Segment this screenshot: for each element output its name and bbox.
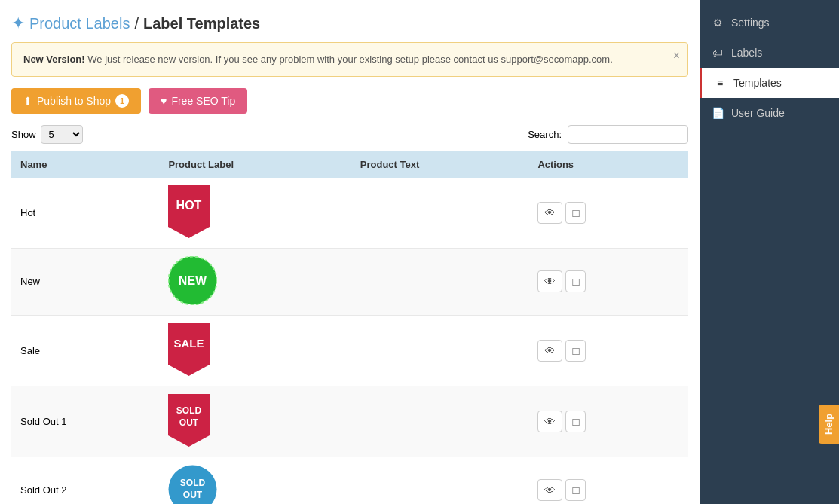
svg-text:OUT: OUT — [179, 417, 199, 428]
cell-product-text — [351, 178, 529, 249]
cell-actions: 👁□ — [528, 315, 688, 386]
svg-text:HOT: HOT — [176, 199, 202, 212]
view-button[interactable]: 👁 — [537, 202, 562, 224]
table-row: Sold Out 2 SOLD OUT 👁□ — [11, 457, 688, 504]
table-header-row: Name Product Label Product Text Actions — [11, 151, 688, 178]
free-seo-tip-button[interactable]: ♥ Free SEO Tip — [149, 88, 247, 114]
cell-name: Hot — [11, 178, 159, 249]
alert-bold: New Version! — [23, 53, 85, 65]
table-row: Sold Out 1 SOLD OUT 👁□ — [11, 386, 688, 457]
gear-icon: ⚙ — [712, 17, 724, 29]
upload-icon: ⬆ — [23, 95, 32, 107]
svg-text:SOLD: SOLD — [176, 405, 202, 416]
publish-label: Publish to Shop — [37, 95, 111, 107]
table-row: New NEW 👁□ — [11, 248, 688, 315]
search-control: Search: — [528, 125, 688, 144]
svg-marker-0 — [168, 185, 210, 238]
show-select[interactable]: 5 10 25 50 100 — [41, 125, 83, 144]
cell-product-label: SALE — [159, 315, 351, 386]
col-header-product-label: Product Label — [159, 151, 351, 178]
heart-icon: ♥ — [161, 95, 167, 107]
cell-name: New — [11, 248, 159, 315]
page-title: Label Templates — [143, 15, 260, 32]
help-button[interactable]: Help — [819, 405, 839, 444]
copy-button[interactable]: □ — [565, 411, 586, 432]
view-button[interactable]: 👁 — [537, 479, 562, 501]
sidebar-label-labels: Labels — [731, 47, 762, 59]
publish-badge: 1 — [115, 94, 129, 108]
cell-product-label: HOT — [159, 178, 351, 249]
sidebar-label-settings: Settings — [731, 17, 770, 29]
cell-actions: 👁□ — [528, 178, 688, 249]
copy-button[interactable]: □ — [565, 479, 586, 501]
breadcrumb-separator: / — [134, 15, 139, 32]
show-label: Show — [11, 129, 36, 140]
book-icon: 📄 — [712, 107, 724, 119]
svg-text:SALE: SALE — [174, 337, 204, 350]
svg-marker-4 — [168, 323, 210, 376]
copy-button[interactable]: □ — [565, 340, 586, 362]
col-header-product-text: Product Text — [351, 151, 529, 178]
cell-product-label: SOLD OUT — [159, 386, 351, 457]
cell-actions: 👁□ — [528, 457, 688, 504]
cell-product-text — [351, 315, 529, 386]
table-row: Sale SALE 👁□ — [11, 315, 688, 386]
breadcrumb: ✦ Product Labels / Label Templates — [11, 8, 688, 42]
data-table: Name Product Label Product Text Actions … — [11, 151, 688, 505]
copy-button[interactable]: □ — [565, 270, 586, 292]
search-label: Search: — [528, 129, 562, 140]
svg-text:OUT: OUT — [183, 490, 203, 500]
publish-to-shop-button[interactable]: ⬆ Publish to Shop 1 — [11, 88, 141, 114]
table-controls: Show 5 10 25 50 100 Search: — [11, 125, 688, 144]
sidebar-label-templates: Templates — [733, 77, 782, 89]
view-button[interactable]: 👁 — [537, 411, 562, 432]
cell-name: Sold Out 2 — [11, 457, 159, 504]
list-icon: ≡ — [714, 77, 726, 89]
cell-product-label: SOLD OUT — [159, 457, 351, 504]
cell-product-text — [351, 457, 529, 504]
cell-name: Sold Out 1 — [11, 386, 159, 457]
breadcrumb-parent-link[interactable]: Product Labels — [29, 15, 130, 32]
alert-close-button[interactable]: × — [673, 49, 680, 63]
sidebar-item-user-guide[interactable]: 📄 User Guide — [700, 98, 839, 128]
cell-actions: 👁□ — [528, 386, 688, 457]
seo-label: Free SEO Tip — [171, 95, 235, 107]
sidebar-item-labels[interactable]: 🏷 Labels — [700, 38, 839, 68]
cell-product-text — [351, 248, 529, 315]
tag-icon: 🏷 — [712, 47, 724, 59]
cell-product-text — [351, 386, 529, 457]
sidebar-item-templates[interactable]: ≡ Templates — [700, 68, 839, 98]
cell-product-label: NEW — [159, 248, 351, 315]
main-content: ✦ Product Labels / Label Templates New V… — [0, 0, 700, 504]
cell-name: Sale — [11, 315, 159, 386]
alert-message: We just release new version. If you see … — [87, 53, 613, 65]
alert-banner: New Version! We just release new version… — [11, 42, 688, 77]
puzzle-icon: ✦ — [11, 14, 25, 33]
svg-text:NEW: NEW — [179, 274, 207, 287]
view-button[interactable]: 👁 — [537, 270, 562, 292]
table-row: Hot HOT 👁□ — [11, 178, 688, 249]
show-control: Show 5 10 25 50 100 — [11, 125, 83, 144]
col-header-actions: Actions — [528, 151, 688, 178]
action-buttons: ⬆ Publish to Shop 1 ♥ Free SEO Tip — [11, 88, 688, 114]
copy-button[interactable]: □ — [565, 202, 586, 224]
search-input[interactable] — [568, 125, 688, 144]
svg-text:SOLD: SOLD — [180, 478, 206, 488]
col-header-name: Name — [11, 151, 159, 178]
sidebar-item-settings[interactable]: ⚙ Settings — [700, 8, 839, 38]
sidebar-label-user-guide: User Guide — [731, 107, 785, 119]
cell-actions: 👁□ — [528, 248, 688, 315]
view-button[interactable]: 👁 — [537, 340, 562, 362]
